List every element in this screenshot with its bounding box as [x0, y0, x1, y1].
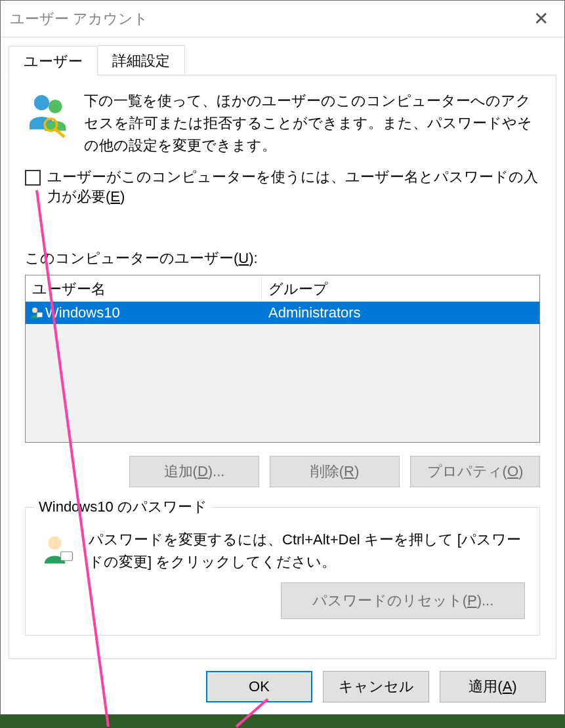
cancel-button[interactable]: キャンセル [323, 671, 429, 702]
svg-point-1 [49, 100, 62, 113]
require-password-checkbox[interactable] [25, 170, 41, 186]
intro-row: 下の一覧を使って、ほかのユーザーのこのコンピューターへのアクセスを許可または拒否… [25, 90, 540, 157]
ok-button[interactable]: OK [206, 671, 312, 702]
window-title: ユーザー アカウント [10, 9, 148, 29]
password-groupbox: Windows10 のパスワード パスワードを変更するには、Ctrl+Alt+D… [25, 507, 540, 636]
cell-username: Windows10 [45, 304, 120, 321]
svg-point-6 [48, 536, 61, 550]
cell-group: Administrators [262, 304, 539, 321]
titlebar: ユーザー アカウント ✕ [1, 1, 564, 37]
column-username[interactable]: ユーザー名 [26, 275, 262, 301]
ok-button-label: OK [249, 678, 270, 695]
properties-button[interactable]: プロパティ(O) [410, 456, 540, 487]
password-user-icon [40, 533, 75, 568]
list-body: Windows10 Administrators [26, 302, 539, 442]
cancel-button-label: キャンセル [339, 677, 414, 697]
tabpanel-users: 下の一覧を使って、ほかのユーザーのこのコンピューターへのアクセスを許可または拒否… [9, 75, 556, 659]
password-groupbox-title: Windows10 のパスワード [35, 497, 211, 517]
users-icon [25, 90, 73, 138]
tab-users[interactable]: ユーザー [9, 46, 98, 76]
list-buttons: 追加(D)... 削除(R) プロパティ(O) [25, 456, 540, 487]
user-accounts-dialog: ユーザー アカウント ✕ ユーザー 詳細設定 [0, 0, 565, 715]
tab-advanced-label: 詳細設定 [112, 52, 170, 69]
require-password-label[interactable]: ユーザーがこのコンピューターを使うには、ユーザー名とパスワードの入力が必要(E) [47, 167, 540, 207]
tab-users-label: ユーザー [24, 53, 83, 70]
svg-rect-7 [61, 552, 73, 561]
tabstrip: ユーザー 詳細設定 [9, 45, 556, 75]
dialog-buttons: OK キャンセル 適用(A) [9, 659, 556, 714]
user-icon [30, 306, 43, 319]
close-icon[interactable]: ✕ [527, 10, 555, 28]
apply-button[interactable]: 適用(A) [440, 671, 546, 702]
table-row[interactable]: Windows10 Administrators [26, 302, 539, 324]
intro-text: 下の一覧を使って、ほかのユーザーのこのコンピューターへのアクセスを許可または拒否… [84, 90, 540, 157]
taskbar-sliver [0, 715, 565, 728]
users-listview[interactable]: ユーザー名 グループ Wi [25, 275, 540, 443]
svg-point-0 [34, 95, 49, 110]
remove-button[interactable]: 削除(R) [270, 456, 400, 487]
tab-advanced[interactable]: 詳細設定 [98, 45, 185, 75]
users-list-label: このコンピューターのユーザー(U): [25, 249, 540, 268]
column-group[interactable]: グループ [262, 275, 539, 301]
list-header: ユーザー名 グループ [26, 275, 539, 302]
client-area: ユーザー 詳細設定 下の一覧を使って、ほかのユーザー [1, 37, 564, 714]
reset-password-button[interactable]: パスワードのリセット(P)... [281, 582, 525, 619]
password-instruction-text: パスワードを変更するには、Ctrl+Alt+Del キーを押して [パスワードの… [89, 529, 525, 573]
add-button[interactable]: 追加(D)... [129, 456, 259, 487]
require-password-row: ユーザーがこのコンピューターを使うには、ユーザー名とパスワードの入力が必要(E) [25, 167, 540, 207]
svg-rect-5 [37, 313, 42, 317]
svg-point-4 [32, 308, 37, 313]
